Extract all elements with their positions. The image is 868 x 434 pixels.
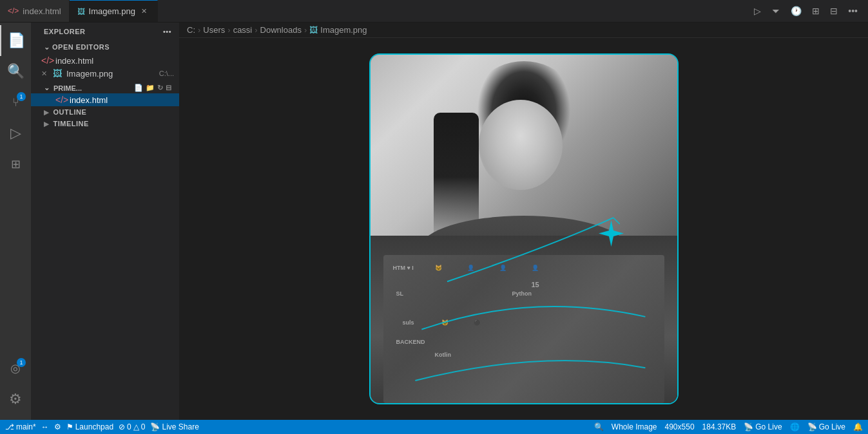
remote-badge: 1 [17, 358, 26, 367]
close-icon-imagem[interactable]: ✕ [41, 70, 47, 78]
source-control-badge: 1 [17, 92, 26, 101]
sidebar-item-imagem-png[interactable]: ✕ 🖼 Imagem.png C:\... [31, 67, 179, 80]
status-go-live-2[interactable]: 📡 Go Live [807, 422, 845, 431]
outline-chevron-icon: ▶ [44, 109, 50, 116]
tab-close-button[interactable]: ✕ [139, 6, 149, 17]
sidebar-item-index-html[interactable]: </> index.html [31, 54, 179, 67]
sticker-icon1: 🐱 [435, 265, 442, 271]
breadcrumb-sep-4: › [304, 25, 307, 35]
breadcrumb-cassi[interactable]: cassi [233, 25, 253, 35]
status-bar: ⎇ main* ↔ ⚙ ⚑ Launchpad ⊘ 0 △ 0 📡 Live S… [0, 420, 868, 434]
activity-search[interactable]: 🔍 [0, 56, 31, 87]
breadcrumb-sep-2: › [227, 25, 230, 35]
status-launchpad[interactable]: ⚑ Launchpad [66, 422, 113, 431]
status-left: ⎇ main* ↔ ⚙ ⚑ Launchpad ⊘ 0 △ 0 📡 Live S… [5, 422, 199, 431]
breadcrumb-file-icon: 🖼 [309, 25, 318, 35]
breadcrumb-sep-3: › [255, 25, 257, 35]
sidebar-item-index-html-2[interactable]: </> index.html [31, 93, 179, 106]
run-dropdown-button[interactable]: ⏷ [769, 5, 783, 17]
activity-extensions[interactable]: ⊞ [0, 149, 31, 180]
timeline-label: TIMELINE [53, 120, 89, 127]
sidebar: EXPLORER ••• ⌄ OPEN EDITORS </> index.ht… [31, 23, 179, 420]
explorer-icon: 📄 [8, 32, 25, 49]
status-sync[interactable]: ↔ [41, 422, 49, 431]
launchpad-label: Launchpad [75, 422, 113, 431]
sticker-backend: BACKEND [396, 339, 425, 345]
breadcrumb-users[interactable]: Users [203, 25, 225, 35]
warning-count: 0 [141, 422, 146, 431]
go-live-label-1: Go Live [755, 422, 782, 431]
new-folder-icon[interactable]: 📁 [146, 84, 155, 92]
tab-index-html[interactable]: </> index.html [0, 0, 70, 22]
html-file-icon: </> [41, 55, 52, 66]
sticker-icon2: 👤 [467, 265, 474, 271]
collapse-all-icon[interactable]: ⊟ [166, 84, 171, 92]
live-share-label: Live Share [162, 422, 198, 431]
tab-label-imagem: Imagem.png [89, 6, 135, 16]
split-editor-button[interactable]: ⊞ [809, 5, 822, 17]
status-globe[interactable]: 🌐 [790, 422, 800, 431]
status-remote-indicator[interactable]: ⚙ [54, 422, 61, 431]
run-debug-icon: ▷ [10, 125, 21, 142]
activity-remote[interactable]: ◎ 1 [0, 353, 31, 384]
more-actions-button[interactable]: ••• [845, 5, 860, 17]
status-errors[interactable]: ⊘ 0 △ 0 [119, 422, 145, 431]
open-editors-header[interactable]: ⌄ OPEN EDITORS [31, 38, 179, 54]
sidebar-index-2-label: index.html [70, 95, 108, 105]
breadcrumb-sep-1: › [198, 25, 200, 35]
activity-settings[interactable]: ⚙ [0, 384, 31, 415]
tabs-area: </> index.html 🖼 Imagem.png ✕ [0, 0, 744, 22]
sticker-suls: suls [403, 319, 414, 326]
refresh-icon[interactable]: ↻ [157, 84, 163, 92]
timeline-header[interactable]: ▶ TIMELINE [31, 118, 179, 129]
activity-run[interactable]: ▷ [0, 118, 31, 149]
activity-source-control[interactable]: ⑂ 1 [0, 87, 31, 118]
sidebar-index-label: index.html [55, 56, 93, 66]
sticker-python: Python [512, 290, 532, 297]
tab-label-index: index.html [23, 6, 61, 16]
status-go-live-1[interactable]: 📡 Go Live [744, 422, 782, 431]
sidebar-menu-icon[interactable]: ••• [163, 28, 171, 35]
chevron-down-icon: ⌄ [44, 84, 50, 92]
editor-area: C: › Users › cassi › Downloads › 🖼 Image… [179, 23, 868, 420]
sidebar-imagem-label: Imagem.png [66, 69, 113, 79]
history-button[interactable]: 🕐 [788, 5, 804, 17]
status-live-share[interactable]: 📡 Live Share [150, 422, 198, 431]
outline-header[interactable]: ▶ OUTLINE [31, 106, 179, 118]
image-preview: HTM ♥ I 🐱 👤 👤 👤 SL 15 Python suls 🐱 ⚫ BA… [179, 38, 868, 420]
breadcrumb-c[interactable]: C: [187, 25, 195, 35]
prime-section-header[interactable]: ⌄ PRIME... 📄 📁 ↻ ⊟ [31, 80, 179, 93]
sidebar-title: EXPLORER ••• [31, 23, 179, 38]
error-icon: ⊘ [119, 422, 125, 431]
prime-icons: 📄 📁 ↻ ⊟ [134, 84, 171, 92]
status-zoom[interactable]: 🔍 [594, 422, 604, 431]
status-right: 🔍 Whole Image 490x550 184.37KB 📡 Go Live… [594, 422, 863, 431]
status-notifications[interactable]: 🔔 [853, 422, 863, 431]
notification-bell-icon: 🔔 [853, 422, 863, 431]
html-file-icon-2: </> [55, 95, 66, 105]
filesize-label: 184.37KB [702, 422, 737, 431]
new-file-icon[interactable]: 📄 [134, 84, 143, 92]
status-whole-image[interactable]: Whole Image [612, 422, 657, 431]
remote-status-icon: ⚙ [54, 422, 61, 431]
sticker-kotlin: Kotlin [435, 352, 452, 358]
breadcrumb-downloads[interactable]: Downloads [260, 25, 302, 35]
breadcrumb-filename[interactable]: Imagem.png [320, 25, 367, 35]
activity-explorer[interactable]: 📄 [0, 25, 31, 56]
dimensions-label: 490x550 [665, 422, 695, 431]
tab-imagem-png[interactable]: 🖼 Imagem.png ✕ [70, 0, 158, 22]
panel-layout-button[interactable]: ⊟ [827, 5, 840, 17]
sticker-icon3: 👤 [499, 265, 506, 271]
live-share-icon: 📡 [150, 422, 160, 431]
sticker-cat: 🐱 [441, 319, 448, 326]
outline-label: OUTLINE [53, 108, 87, 116]
person-head-area [453, 61, 595, 241]
sticker-html: HTM ♥ I [393, 265, 414, 271]
laptop-area: HTM ♥ I 🐱 👤 👤 👤 SL 15 Python suls 🐱 ⚫ BA… [371, 236, 677, 403]
zoom-icon: 🔍 [594, 422, 604, 431]
explorer-title-label: EXPLORER [44, 28, 86, 35]
timeline-chevron-icon: ▶ [44, 120, 50, 127]
sticker-icon4: 👤 [532, 265, 539, 271]
status-git-branch[interactable]: ⎇ main* [5, 422, 36, 431]
run-button[interactable]: ▷ [751, 5, 764, 17]
